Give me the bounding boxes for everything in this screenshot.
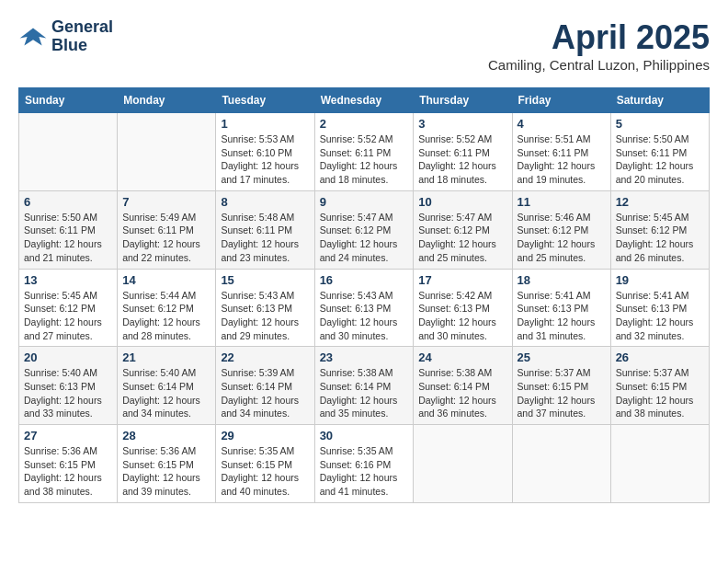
calendar-cell: 24Sunrise: 5:38 AMSunset: 6:14 PMDayligh…	[414, 347, 512, 425]
calendar-cell: 27Sunrise: 5:36 AMSunset: 6:15 PMDayligh…	[19, 425, 118, 503]
svg-marker-0	[20, 28, 47, 45]
day-number: 30	[320, 429, 409, 442]
logo-text: General Blue	[51, 18, 113, 55]
calendar-cell: 5Sunrise: 5:50 AMSunset: 6:11 PMDaylight…	[610, 113, 709, 191]
day-number: 17	[418, 273, 506, 287]
day-number: 23	[320, 350, 409, 364]
calendar-cell: 23Sunrise: 5:38 AMSunset: 6:14 PMDayligh…	[314, 347, 414, 425]
calendar-cell: 11Sunrise: 5:46 AMSunset: 6:12 PMDayligh…	[512, 190, 610, 269]
day-info: Sunrise: 5:43 AMSunset: 6:13 PMDaylight:…	[221, 289, 309, 343]
calendar-cell: 26Sunrise: 5:37 AMSunset: 6:15 PMDayligh…	[610, 347, 709, 425]
day-info: Sunrise: 5:47 AMSunset: 6:12 PMDaylight:…	[320, 211, 409, 265]
day-info: Sunrise: 5:43 AMSunset: 6:13 PMDaylight:…	[320, 289, 409, 343]
calendar-cell: 1Sunrise: 5:53 AMSunset: 6:10 PMDaylight…	[216, 113, 314, 191]
day-number: 12	[616, 195, 704, 209]
day-number: 6	[24, 195, 112, 209]
calendar-cell: 14Sunrise: 5:44 AMSunset: 6:12 PMDayligh…	[118, 269, 216, 347]
day-number: 3	[418, 117, 506, 131]
day-info: Sunrise: 5:50 AMSunset: 6:11 PMDaylight:…	[24, 211, 112, 265]
day-info: Sunrise: 5:51 AMSunset: 6:11 PMDaylight:…	[518, 132, 606, 187]
day-number: 7	[122, 195, 210, 209]
day-number: 25	[518, 350, 606, 364]
calendar-cell: 8Sunrise: 5:48 AMSunset: 6:11 PMDaylight…	[216, 190, 314, 269]
day-number: 19	[616, 273, 704, 287]
calendar-week-row: 13Sunrise: 5:45 AMSunset: 6:12 PMDayligh…	[19, 269, 710, 347]
day-number: 2	[320, 117, 409, 131]
day-number: 16	[320, 273, 409, 287]
day-info: Sunrise: 5:35 AMSunset: 6:16 PMDaylight:…	[320, 444, 409, 499]
calendar-cell: 7Sunrise: 5:49 AMSunset: 6:11 PMDaylight…	[118, 190, 216, 269]
day-number: 11	[518, 195, 606, 209]
calendar-cell: 13Sunrise: 5:45 AMSunset: 6:12 PMDayligh…	[19, 269, 118, 347]
calendar-cell: 30Sunrise: 5:35 AMSunset: 6:16 PMDayligh…	[314, 425, 414, 503]
day-info: Sunrise: 5:37 AMSunset: 6:15 PMDaylight:…	[518, 366, 606, 420]
logo: General Blue	[18, 18, 113, 55]
day-info: Sunrise: 5:39 AMSunset: 6:14 PMDaylight:…	[221, 366, 309, 420]
day-info: Sunrise: 5:41 AMSunset: 6:13 PMDaylight:…	[616, 289, 704, 343]
page-header: General Blue April 2025 Camiling, Centra…	[18, 18, 710, 73]
day-number: 9	[320, 195, 409, 209]
day-number: 1	[221, 117, 309, 131]
day-number: 29	[221, 429, 309, 442]
weekday-header: Sunday	[19, 88, 118, 113]
calendar-cell: 18Sunrise: 5:41 AMSunset: 6:13 PMDayligh…	[512, 269, 610, 347]
day-info: Sunrise: 5:44 AMSunset: 6:12 PMDaylight:…	[122, 289, 210, 343]
day-info: Sunrise: 5:49 AMSunset: 6:11 PMDaylight:…	[122, 211, 210, 265]
day-info: Sunrise: 5:46 AMSunset: 6:12 PMDaylight:…	[518, 211, 606, 265]
day-number: 22	[221, 350, 309, 364]
day-number: 20	[24, 350, 112, 364]
day-info: Sunrise: 5:35 AMSunset: 6:15 PMDaylight:…	[221, 444, 309, 499]
day-info: Sunrise: 5:48 AMSunset: 6:11 PMDaylight:…	[221, 211, 309, 265]
calendar-cell: 25Sunrise: 5:37 AMSunset: 6:15 PMDayligh…	[512, 347, 610, 425]
calendar-cell: 29Sunrise: 5:35 AMSunset: 6:15 PMDayligh…	[216, 425, 314, 503]
calendar-cell: 20Sunrise: 5:40 AMSunset: 6:13 PMDayligh…	[19, 347, 118, 425]
day-number: 26	[616, 350, 704, 364]
calendar-cell	[19, 113, 118, 191]
day-number: 5	[616, 117, 704, 131]
weekday-header: Tuesday	[216, 88, 314, 113]
calendar-cell: 6Sunrise: 5:50 AMSunset: 6:11 PMDaylight…	[19, 190, 118, 269]
weekday-header: Thursday	[414, 88, 512, 113]
calendar-week-row: 1Sunrise: 5:53 AMSunset: 6:10 PMDaylight…	[19, 113, 710, 191]
calendar-cell: 4Sunrise: 5:51 AMSunset: 6:11 PMDaylight…	[512, 113, 610, 191]
calendar-cell: 22Sunrise: 5:39 AMSunset: 6:14 PMDayligh…	[216, 347, 314, 425]
day-number: 4	[518, 117, 606, 131]
day-info: Sunrise: 5:45 AMSunset: 6:12 PMDaylight:…	[616, 211, 704, 265]
logo-icon	[18, 22, 48, 52]
day-number: 10	[418, 195, 506, 209]
day-number: 8	[221, 195, 309, 209]
day-info: Sunrise: 5:40 AMSunset: 6:13 PMDaylight:…	[24, 366, 112, 420]
day-info: Sunrise: 5:47 AMSunset: 6:12 PMDaylight:…	[418, 211, 506, 265]
calendar-cell: 9Sunrise: 5:47 AMSunset: 6:12 PMDaylight…	[314, 190, 414, 269]
day-number: 15	[221, 273, 309, 287]
location-title: Camiling, Central Luzon, Philippines	[488, 57, 710, 73]
day-number: 14	[122, 273, 210, 287]
calendar-cell: 17Sunrise: 5:42 AMSunset: 6:13 PMDayligh…	[414, 269, 512, 347]
day-number: 28	[122, 429, 210, 442]
day-number: 21	[122, 350, 210, 364]
calendar-cell: 12Sunrise: 5:45 AMSunset: 6:12 PMDayligh…	[610, 190, 709, 269]
calendar-header-row: SundayMondayTuesdayWednesdayThursdayFrid…	[19, 88, 710, 113]
day-info: Sunrise: 5:52 AMSunset: 6:11 PMDaylight:…	[320, 132, 409, 187]
day-info: Sunrise: 5:45 AMSunset: 6:12 PMDaylight:…	[24, 289, 112, 343]
day-number: 13	[24, 273, 112, 287]
calendar-week-row: 20Sunrise: 5:40 AMSunset: 6:13 PMDayligh…	[19, 347, 710, 425]
day-info: Sunrise: 5:53 AMSunset: 6:10 PMDaylight:…	[221, 132, 309, 187]
day-info: Sunrise: 5:37 AMSunset: 6:15 PMDaylight:…	[616, 366, 704, 420]
calendar-cell: 15Sunrise: 5:43 AMSunset: 6:13 PMDayligh…	[216, 269, 314, 347]
weekday-header: Monday	[118, 88, 216, 113]
calendar-cell: 19Sunrise: 5:41 AMSunset: 6:13 PMDayligh…	[610, 269, 709, 347]
day-info: Sunrise: 5:41 AMSunset: 6:13 PMDaylight:…	[518, 289, 606, 343]
calendar-cell: 16Sunrise: 5:43 AMSunset: 6:13 PMDayligh…	[314, 269, 414, 347]
weekday-header: Friday	[512, 88, 610, 113]
day-info: Sunrise: 5:36 AMSunset: 6:15 PMDaylight:…	[122, 444, 210, 499]
day-number: 24	[418, 350, 506, 364]
month-title: April 2025	[488, 18, 710, 57]
day-number: 27	[24, 429, 112, 442]
calendar-cell: 10Sunrise: 5:47 AMSunset: 6:12 PMDayligh…	[414, 190, 512, 269]
calendar-cell: 3Sunrise: 5:52 AMSunset: 6:11 PMDaylight…	[414, 113, 512, 191]
calendar-cell	[414, 425, 512, 503]
day-info: Sunrise: 5:52 AMSunset: 6:11 PMDaylight:…	[418, 132, 506, 187]
calendar-cell: 2Sunrise: 5:52 AMSunset: 6:11 PMDaylight…	[314, 113, 414, 191]
calendar-cell	[118, 113, 216, 191]
